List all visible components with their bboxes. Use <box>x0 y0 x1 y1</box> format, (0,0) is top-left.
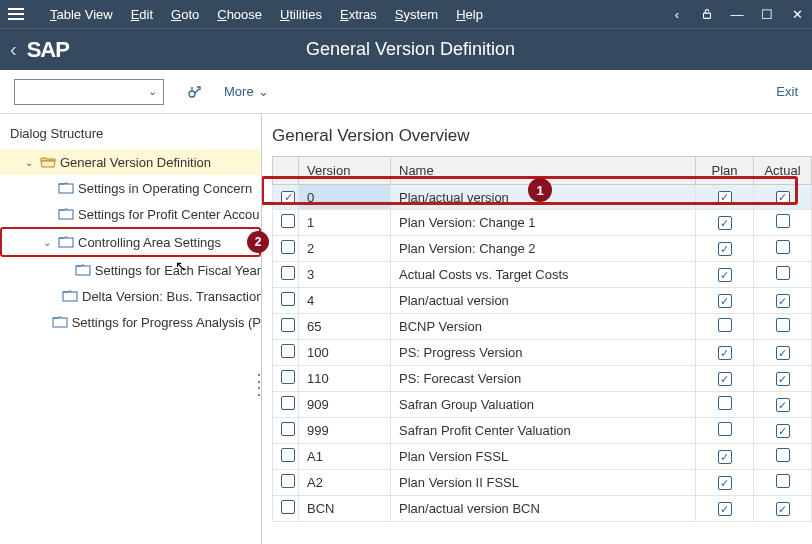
row-select-checkbox[interactable] <box>281 214 295 228</box>
cell-name[interactable]: Plan/actual version <box>391 288 696 314</box>
plan-checkbox[interactable] <box>718 216 732 230</box>
row-select-checkbox[interactable] <box>281 292 295 306</box>
chevron-left-icon[interactable]: ‹ <box>670 7 684 21</box>
cell-version[interactable]: 0 <box>299 185 391 210</box>
cell-name[interactable]: Plan Version: Change 2 <box>391 236 696 262</box>
actual-checkbox[interactable] <box>776 448 790 462</box>
menu-help[interactable]: Help <box>456 7 483 22</box>
col-version[interactable]: Version <box>299 157 391 185</box>
menu-extras[interactable]: Extras <box>340 7 377 22</box>
row-select-checkbox[interactable] <box>281 344 295 358</box>
maximize-icon[interactable]: ☐ <box>760 7 774 21</box>
col-select[interactable] <box>273 157 299 185</box>
tree-item-operating-concern[interactable]: Settings in Operating Concern <box>0 175 261 201</box>
cell-version[interactable]: 999 <box>299 418 391 444</box>
plan-checkbox[interactable] <box>718 191 732 205</box>
plan-checkbox[interactable] <box>718 476 732 490</box>
table-row[interactable]: 3Actual Costs vs. Target Costs <box>273 262 812 288</box>
close-icon[interactable]: ✕ <box>790 7 804 21</box>
back-button[interactable]: ‹ <box>10 38 17 61</box>
menu-system[interactable]: System <box>395 7 438 22</box>
row-select-checkbox[interactable] <box>281 266 295 280</box>
tree-item-fiscal-year[interactable]: Settings for Each Fiscal Year <box>0 257 261 283</box>
table-row[interactable]: 100PS: Progress Version <box>273 340 812 366</box>
menu-choose[interactable]: Choose <box>217 7 262 22</box>
table-row[interactable]: 909Safran Group Valuation <box>273 392 812 418</box>
cell-version[interactable]: 4 <box>299 288 391 314</box>
transaction-dropdown[interactable]: ⌄ <box>14 79 164 105</box>
table-row[interactable]: 1Plan Version: Change 1 <box>273 210 812 236</box>
cell-version[interactable]: A2 <box>299 470 391 496</box>
plan-checkbox[interactable] <box>718 422 732 436</box>
cell-name[interactable]: PS: Forecast Version <box>391 366 696 392</box>
lock-icon[interactable] <box>700 7 714 21</box>
cell-name[interactable]: Actual Costs vs. Target Costs <box>391 262 696 288</box>
plan-checkbox[interactable] <box>718 346 732 360</box>
actual-checkbox[interactable] <box>776 398 790 412</box>
row-select-checkbox[interactable] <box>281 240 295 254</box>
cell-version[interactable]: 1 <box>299 210 391 236</box>
cell-version[interactable]: 3 <box>299 262 391 288</box>
row-select-checkbox[interactable] <box>281 318 295 332</box>
menu-edit[interactable]: Edit <box>131 7 153 22</box>
settings-icon[interactable] <box>184 82 204 102</box>
table-row[interactable]: 110PS: Forecast Version <box>273 366 812 392</box>
tree-item-progress-analysis[interactable]: Settings for Progress Analysis (P <box>0 309 261 335</box>
cell-version[interactable]: 100 <box>299 340 391 366</box>
actual-checkbox[interactable] <box>776 372 790 386</box>
tree-root[interactable]: ⌄ General Version Definition <box>0 149 261 175</box>
cell-name[interactable]: PS: Progress Version <box>391 340 696 366</box>
cell-name[interactable]: Plan/actual version BCN <box>391 496 696 522</box>
actual-checkbox[interactable] <box>776 474 790 488</box>
cell-name[interactable]: Plan Version: Change 1 <box>391 210 696 236</box>
row-select-checkbox[interactable] <box>281 474 295 488</box>
table-row[interactable]: 4Plan/actual version <box>273 288 812 314</box>
row-select-checkbox[interactable] <box>281 191 295 205</box>
actual-checkbox[interactable] <box>776 240 790 254</box>
row-select-checkbox[interactable] <box>281 422 295 436</box>
collapse-icon[interactable]: ⌄ <box>40 237 54 248</box>
menu-utilities[interactable]: Utilities <box>280 7 322 22</box>
actual-checkbox[interactable] <box>776 191 790 205</box>
actual-checkbox[interactable] <box>776 346 790 360</box>
actual-checkbox[interactable] <box>776 424 790 438</box>
actual-checkbox[interactable] <box>776 318 790 332</box>
plan-checkbox[interactable] <box>718 294 732 308</box>
menu-table-view[interactable]: Table View <box>50 7 113 22</box>
cell-name[interactable]: BCNP Version <box>391 314 696 340</box>
plan-checkbox[interactable] <box>718 318 732 332</box>
plan-checkbox[interactable] <box>718 268 732 282</box>
table-row[interactable]: A2Plan Version II FSSL <box>273 470 812 496</box>
cell-name[interactable]: Safran Group Valuation <box>391 392 696 418</box>
table-row[interactable]: 65BCNP Version <box>273 314 812 340</box>
row-select-checkbox[interactable] <box>281 396 295 410</box>
row-select-checkbox[interactable] <box>281 370 295 384</box>
minimize-icon[interactable]: ― <box>730 7 744 21</box>
exit-button[interactable]: Exit <box>776 84 798 99</box>
tree-item-profit-center[interactable]: Settings for Profit Center Accou <box>0 201 261 227</box>
cell-version[interactable]: A1 <box>299 444 391 470</box>
table-row[interactable]: BCNPlan/actual version BCN <box>273 496 812 522</box>
plan-checkbox[interactable] <box>718 396 732 410</box>
table-row[interactable]: 2Plan Version: Change 2 <box>273 236 812 262</box>
menu-goto[interactable]: Goto <box>171 7 199 22</box>
cell-name[interactable]: Plan Version II FSSL <box>391 470 696 496</box>
actual-checkbox[interactable] <box>776 266 790 280</box>
cell-name[interactable]: Plan Version FSSL <box>391 444 696 470</box>
plan-checkbox[interactable] <box>718 450 732 464</box>
cell-version[interactable]: 110 <box>299 366 391 392</box>
collapse-icon[interactable]: ⌄ <box>22 157 36 168</box>
actual-checkbox[interactable] <box>776 502 790 516</box>
plan-checkbox[interactable] <box>718 372 732 386</box>
cell-version[interactable]: 65 <box>299 314 391 340</box>
table-row[interactable]: A1Plan Version FSSL <box>273 444 812 470</box>
tree-item-delta-version[interactable]: Delta Version: Bus. Transaction <box>0 283 261 309</box>
hamburger-icon[interactable] <box>8 8 24 20</box>
more-button[interactable]: More ⌄ <box>224 84 269 99</box>
plan-checkbox[interactable] <box>718 242 732 256</box>
col-actual[interactable]: Actual <box>754 157 812 185</box>
col-plan[interactable]: Plan <box>696 157 754 185</box>
plan-checkbox[interactable] <box>718 502 732 516</box>
cell-name[interactable]: Safran Profit Center Valuation <box>391 418 696 444</box>
tree-item-controlling-area[interactable]: ⌄ Controlling Area Settings <box>2 229 259 255</box>
